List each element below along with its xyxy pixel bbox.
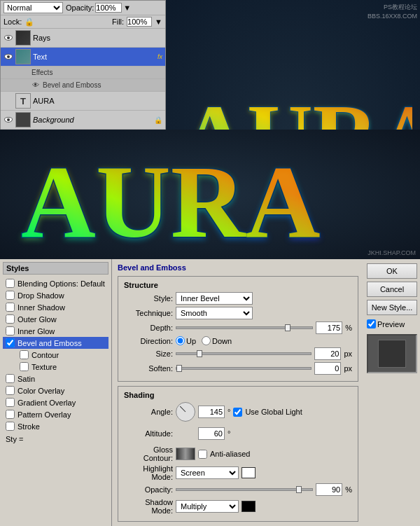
contour-checkbox[interactable] [20,350,29,359]
style-item-color-overlay[interactable]: Color Overlay [3,385,108,396]
preview-label: Preview [377,320,405,328]
watermark-line1: PS教程论坛 [368,3,417,12]
drop-shadow-label: Drop Shadow [18,291,64,300]
opacity-h-unit: % [345,485,352,494]
styles-header: Styles [3,262,108,275]
opacity-h-slider[interactable] [176,488,313,491]
highlight-select[interactable]: Screen [176,466,239,479]
preview-check-row: Preview [367,319,417,328]
altitude-input[interactable] [198,427,225,440]
altitude-label: Altitude: [124,429,173,438]
drop-shadow-checkbox[interactable] [6,291,15,300]
outer-glow-checkbox[interactable] [6,314,15,324]
altitude-row: Altitude: ° [124,424,352,443]
opacity-h-input[interactable] [316,483,342,496]
layer-eye-aura[interactable] [4,96,13,106]
depth-label: Depth: [124,324,173,332]
fill-arrow[interactable]: ▼ [155,18,162,26]
style-item-bevel-emboss[interactable]: Bevel and Emboss [3,337,108,349]
depth-input[interactable] [316,321,342,334]
fill-input[interactable] [127,17,152,27]
layer-item-aura[interactable]: T AURA [1,92,165,111]
shading-group: Shading Angle: ° Use Global Light Altitu… [118,386,358,522]
opacity-arrow[interactable]: ▼ [123,4,131,12]
styles-panel: Styles Blending Options: Default Drop Sh… [0,259,112,526]
style-item-satin[interactable]: Satin [3,373,108,385]
effects-label: Effects [31,69,52,76]
color-overlay-checkbox[interactable] [6,386,15,395]
depth-slider[interactable] [176,326,313,329]
angle-dial[interactable] [176,402,195,422]
anti-aliased-checkbox[interactable] [198,450,207,459]
style-item-pattern-overlay[interactable]: Pattern Overlay [3,408,108,420]
shadow-color-swatch[interactable] [241,501,255,512]
layer-item-background[interactable]: Background 🔒 [1,111,165,130]
dir-up-radio[interactable] [176,336,185,345]
style-item-texture[interactable]: Texture [3,361,108,373]
style-item-inner-shadow[interactable]: Inner Shadow [3,301,108,313]
style-item-blending[interactable]: Blending Options: Default [3,277,108,289]
angle-input[interactable] [198,406,225,418]
dir-down-label[interactable]: Down [202,336,232,345]
inner-glow-checkbox[interactable] [6,326,15,335]
layer-name-rays: Rays [33,34,162,42]
layer-thumb-aura: T [15,93,31,109]
preview-checkbox[interactable] [367,319,376,328]
shadow-label: Shadow Mode: [124,498,173,515]
bevel-emboss-checkbox[interactable] [6,338,15,347]
depth-row: Depth: % [124,321,352,334]
layer-eye-background[interactable] [4,115,13,125]
soften-row: Soften: px [124,362,352,375]
inner-shadow-checkbox[interactable] [6,303,15,312]
shadow-select[interactable]: Multiply [176,500,239,513]
dir-down-radio[interactable] [202,336,211,345]
style-select[interactable]: Inner Bevel [176,292,253,305]
blending-checkbox[interactable] [6,279,15,288]
size-input[interactable] [314,347,341,360]
size-unit: px [344,349,352,358]
layers-top-bar: Normal Opacity: ▼ [1,1,165,15]
layer-thumb-background [15,112,31,127]
layer-eye-text[interactable] [4,52,13,62]
layers-lock-row: Lock: 🔒 Fill: ▼ [1,15,165,29]
texture-checkbox[interactable] [20,362,29,371]
layer-item-rays[interactable]: Rays [1,29,165,48]
gradient-overlay-checkbox[interactable] [6,398,15,407]
style-item-contour[interactable]: Contour [3,349,108,361]
size-slider[interactable] [176,352,312,355]
technique-select[interactable]: Smooth [176,307,253,319]
layers-panel: Normal Opacity: ▼ Lock: 🔒 Fill: ▼ Rays T… [0,0,166,130]
satin-checkbox[interactable] [6,374,15,383]
ok-button[interactable]: OK [367,263,417,279]
preview-thumb [367,334,417,373]
stroke-checkbox[interactable] [6,422,15,431]
new-style-button[interactable]: New Style... [367,300,417,315]
blend-mode-select[interactable]: Normal [4,2,63,13]
structure-group: Structure Style: Inner Bevel Technique: … [118,276,358,382]
style-item-gradient-overlay[interactable]: Gradient Overlay [3,396,108,408]
opacity-input[interactable] [95,3,122,13]
dir-up-text: Up [186,337,196,345]
soften-input[interactable] [314,362,341,375]
layer-item-text[interactable]: Text fx [1,48,165,67]
layer-eye-rays[interactable] [4,33,13,43]
effect-eye[interactable]: 👁 [32,81,39,89]
angle-label: Angle: [124,408,173,416]
global-light-checkbox[interactable] [233,408,242,417]
contour-label: Contour [31,351,59,359]
pattern-overlay-checkbox[interactable] [6,410,15,419]
soften-slider[interactable] [176,367,312,370]
altitude-spacer [176,424,195,443]
sty-row: Sty = [3,432,108,443]
style-item-outer-glow[interactable]: Outer Glow [3,313,108,325]
dir-up-label[interactable]: Up [176,336,196,345]
style-item-stroke[interactable]: Stroke [3,420,108,432]
style-item-inner-glow[interactable]: Inner Glow [3,325,108,337]
highlight-color-swatch[interactable] [241,467,255,478]
style-item-drop-shadow[interactable]: Drop Shadow [3,289,108,301]
color-overlay-label: Color Overlay [18,387,64,395]
layer-thumb-rays [15,30,31,46]
cancel-button[interactable]: Cancel [367,282,417,297]
gloss-contour-label: Gloss Contour: [124,445,173,462]
gloss-thumb[interactable] [176,448,195,460]
